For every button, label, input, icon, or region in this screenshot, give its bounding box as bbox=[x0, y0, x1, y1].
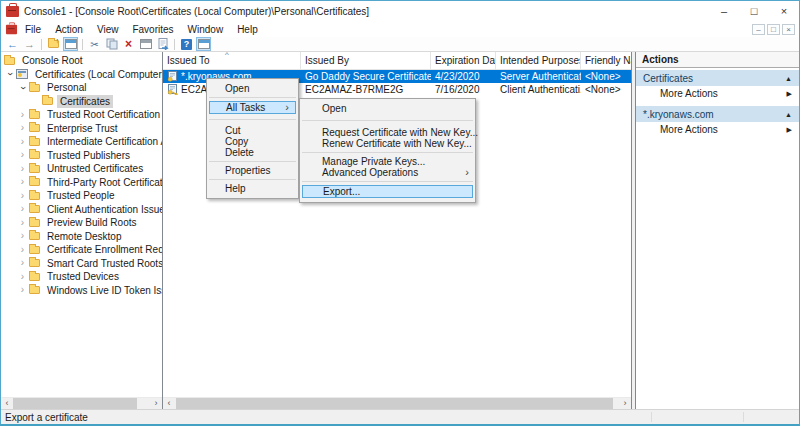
forward-arrow-icon: → bbox=[24, 38, 35, 50]
child-window-icon[interactable] bbox=[6, 24, 17, 33]
context-menu-cut[interactable]: Cut bbox=[207, 125, 298, 136]
tree-item-client-auth-issuers[interactable]: › Client Authentication Issuers bbox=[1, 203, 162, 217]
help-button[interactable]: ? bbox=[179, 37, 194, 51]
child-close-button[interactable]: × bbox=[782, 24, 795, 35]
chevron-collapsed-icon[interactable]: › bbox=[16, 110, 29, 120]
chevron-collapsed-icon[interactable]: › bbox=[16, 231, 29, 241]
properties-button[interactable] bbox=[138, 37, 153, 51]
collapse-up-icon[interactable]: ▲ bbox=[785, 111, 792, 118]
context-menu-properties[interactable]: Properties bbox=[207, 165, 298, 176]
context-menu-all-tasks[interactable]: All Tasks › bbox=[209, 101, 296, 114]
scroll-right-arrow[interactable]: › bbox=[619, 398, 631, 409]
more-actions-kryonaws[interactable]: More Actions ▶ bbox=[636, 122, 799, 137]
chevron-expanded-icon[interactable]: › bbox=[18, 81, 28, 94]
scroll-left-arrow[interactable]: ‹ bbox=[163, 398, 175, 409]
context-menu-help[interactable]: Help bbox=[207, 183, 298, 194]
scrollbar-thumb[interactable] bbox=[176, 398, 613, 409]
column-header-expiration-date[interactable]: Expiration Date bbox=[431, 52, 496, 69]
menu-help[interactable]: Help bbox=[230, 23, 265, 36]
folder-icon bbox=[29, 192, 40, 200]
show-console-tree-button[interactable] bbox=[63, 37, 78, 51]
list-horizontal-scrollbar[interactable]: ‹ › bbox=[163, 397, 631, 409]
tree-item-cert-enrollment-requests[interactable]: › Certificate Enrollment Requests bbox=[1, 243, 162, 257]
tree-item-untrusted-certificates[interactable]: › Untrusted Certificates bbox=[1, 162, 162, 176]
more-actions-certificates[interactable]: More Actions ▶ bbox=[636, 86, 799, 101]
tree-item-label: Smart Card Trusted Roots bbox=[44, 257, 163, 270]
column-header-intended-purposes[interactable]: Intended Purposes bbox=[496, 52, 581, 69]
tree-item-windows-live-id[interactable]: › Windows Live ID Token Issuer bbox=[1, 284, 162, 298]
folder-icon bbox=[29, 286, 40, 294]
menu-item-label: Advanced Operations bbox=[322, 167, 418, 178]
column-header-issued-to[interactable]: Issued To bbox=[163, 52, 301, 69]
submenu-open[interactable]: Open bbox=[300, 103, 475, 114]
menu-file[interactable]: File bbox=[18, 23, 48, 36]
sort-ascending-icon: ^ bbox=[225, 52, 229, 59]
forward-button[interactable]: → bbox=[22, 37, 37, 51]
chevron-collapsed-icon[interactable]: › bbox=[16, 285, 29, 295]
tree-item-intermediate[interactable]: › Intermediate Certification Authorit bbox=[1, 135, 162, 149]
up-one-level-button[interactable]: ↑ bbox=[46, 37, 61, 51]
chevron-collapsed-icon[interactable]: › bbox=[16, 177, 29, 187]
actions-pane: Actions Certificates ▲ More Actions ▶ *.… bbox=[635, 52, 799, 409]
scroll-left-arrow[interactable]: ‹ bbox=[1, 398, 13, 409]
tree-item-trusted-devices[interactable]: › Trusted Devices bbox=[1, 270, 162, 284]
tree-item-certificates-selected[interactable]: Certificates bbox=[1, 95, 162, 109]
tree-item-third-party-root[interactable]: › Third-Party Root Certification Auth bbox=[1, 176, 162, 190]
child-restore-button[interactable]: □ bbox=[767, 24, 780, 35]
tree-item-trusted-root[interactable]: › Trusted Root Certification Authorit bbox=[1, 108, 162, 122]
column-header-friendly-name[interactable]: Friendly Name bbox=[581, 52, 631, 69]
actions-section-kryonaws[interactable]: *.kryonaws.com ▲ bbox=[636, 106, 799, 122]
delete-button[interactable]: × bbox=[121, 37, 136, 51]
copy-button[interactable] bbox=[104, 37, 119, 51]
scroll-right-arrow[interactable]: › bbox=[150, 398, 162, 409]
submenu-export[interactable]: Export... bbox=[302, 185, 473, 198]
show-action-pane-button[interactable] bbox=[196, 37, 211, 51]
chevron-collapsed-icon[interactable]: › bbox=[16, 150, 29, 160]
submenu-manage-private-keys[interactable]: Manage Private Keys... bbox=[300, 156, 475, 167]
submenu-advanced-operations[interactable]: Advanced Operations › bbox=[300, 167, 475, 178]
chevron-expanded-icon[interactable]: › bbox=[5, 68, 15, 81]
collapse-up-icon[interactable]: ▲ bbox=[785, 75, 792, 82]
tree-item-console-root[interactable]: Console Root bbox=[1, 54, 162, 68]
tree-item-certificates-local-computer[interactable]: › Certificates (Local Computer) bbox=[1, 68, 162, 82]
chevron-collapsed-icon[interactable]: › bbox=[16, 123, 29, 133]
maximize-button[interactable]: □ bbox=[739, 1, 769, 21]
more-actions-label: More Actions bbox=[660, 88, 718, 99]
mmc-app-icon bbox=[6, 6, 19, 17]
tree-item-personal[interactable]: › Personal bbox=[1, 81, 162, 95]
chevron-collapsed-icon[interactable]: › bbox=[16, 137, 29, 147]
minimize-button[interactable]: – bbox=[709, 1, 739, 21]
menu-action[interactable]: Action bbox=[48, 23, 90, 36]
chevron-collapsed-icon[interactable]: › bbox=[16, 258, 29, 268]
export-list-button[interactable] bbox=[155, 37, 170, 51]
context-menu-open[interactable]: Open bbox=[207, 83, 298, 94]
chevron-collapsed-icon[interactable]: › bbox=[16, 218, 29, 228]
tree-item-enterprise-trust[interactable]: › Enterprise Trust bbox=[1, 122, 162, 136]
tree-item-remote-desktop[interactable]: › Remote Desktop bbox=[1, 230, 162, 244]
tree-item-trusted-publishers[interactable]: › Trusted Publishers bbox=[1, 149, 162, 163]
tree-horizontal-scrollbar[interactable]: ‹ › bbox=[1, 397, 162, 409]
chevron-collapsed-icon[interactable]: › bbox=[16, 245, 29, 255]
context-menu-delete[interactable]: Delete bbox=[207, 147, 298, 158]
submenu-renew-certificate[interactable]: Renew Certificate with New Key... bbox=[300, 138, 475, 149]
tree-item-preview-build-roots[interactable]: › Preview Build Roots bbox=[1, 216, 162, 230]
cut-button[interactable]: ✂ bbox=[87, 37, 102, 51]
back-button[interactable]: ← bbox=[5, 37, 20, 51]
actions-section-certificates[interactable]: Certificates ▲ bbox=[636, 70, 799, 86]
tree-item-smart-card-trusted-roots[interactable]: › Smart Card Trusted Roots bbox=[1, 257, 162, 271]
close-button[interactable]: × bbox=[769, 1, 799, 21]
chevron-collapsed-icon[interactable]: › bbox=[16, 204, 29, 214]
menu-view[interactable]: View bbox=[90, 23, 126, 36]
menu-favorites[interactable]: Favorites bbox=[125, 23, 180, 36]
column-header-issued-by[interactable]: Issued By bbox=[301, 52, 431, 69]
chevron-collapsed-icon[interactable]: › bbox=[16, 272, 29, 282]
chevron-collapsed-icon[interactable]: › bbox=[16, 191, 29, 201]
context-menu-copy[interactable]: Copy bbox=[207, 136, 298, 147]
submenu-request-certificate[interactable]: Request Certificate with New Key... bbox=[300, 127, 475, 138]
tree-item-trusted-people[interactable]: › Trusted People bbox=[1, 189, 162, 203]
scrollbar-thumb[interactable] bbox=[13, 398, 137, 409]
chevron-collapsed-icon[interactable]: › bbox=[16, 164, 29, 174]
folder-icon bbox=[42, 97, 53, 105]
menu-window[interactable]: Window bbox=[181, 23, 231, 36]
child-minimize-button[interactable]: – bbox=[752, 24, 765, 35]
